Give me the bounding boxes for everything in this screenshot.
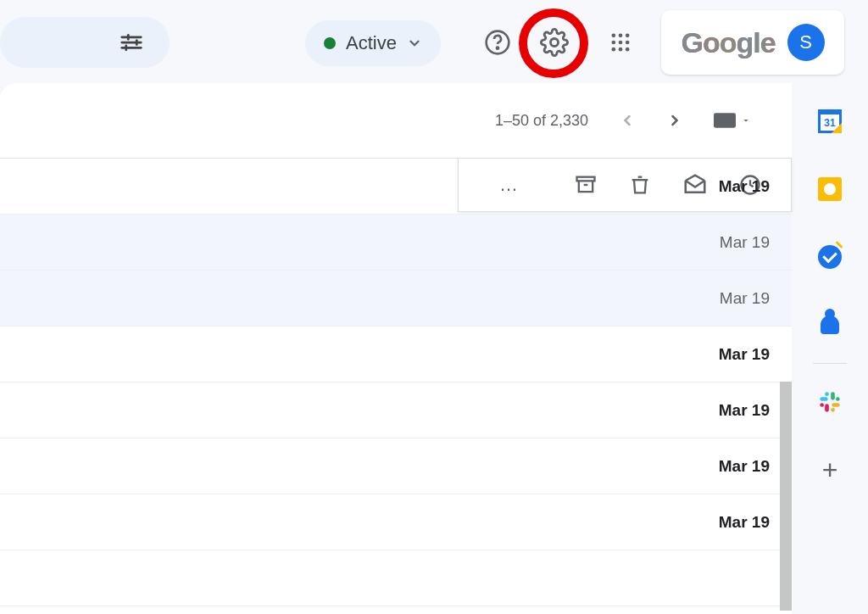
calendar-icon bbox=[818, 109, 842, 133]
apps-grid-icon bbox=[609, 31, 632, 54]
keep-icon bbox=[818, 177, 842, 201]
plus-icon: + bbox=[822, 455, 838, 486]
svg-point-25 bbox=[825, 392, 829, 396]
svg-rect-24 bbox=[832, 403, 839, 407]
status-dot-icon bbox=[324, 37, 336, 49]
svg-rect-18 bbox=[714, 113, 736, 127]
svg-rect-23 bbox=[825, 404, 829, 411]
scrollbar-thumb[interactable] bbox=[780, 382, 792, 611]
gear-icon bbox=[540, 28, 569, 57]
svg-point-13 bbox=[619, 41, 623, 45]
side-panel: + bbox=[792, 83, 868, 614]
svg-point-11 bbox=[626, 34, 630, 38]
contacts-icon bbox=[821, 315, 839, 334]
svg-rect-21 bbox=[831, 392, 835, 399]
email-row[interactable]: Mar 19 bbox=[0, 271, 792, 327]
account-card[interactable]: Google S bbox=[661, 10, 844, 75]
app-header: Active Google S bbox=[0, 0, 868, 83]
tasks-icon bbox=[818, 245, 842, 269]
keep-app-button[interactable] bbox=[817, 176, 843, 202]
older-button[interactable] bbox=[666, 112, 683, 129]
email-row[interactable]: Mar 19 bbox=[0, 159, 792, 215]
svg-point-27 bbox=[831, 408, 835, 412]
email-row[interactable]: Mar 19 bbox=[0, 215, 792, 271]
newer-button[interactable] bbox=[619, 112, 636, 129]
svg-point-7 bbox=[497, 47, 498, 49]
svg-point-14 bbox=[626, 41, 630, 45]
help-icon bbox=[484, 29, 511, 56]
email-date: Mar 19 bbox=[719, 401, 770, 420]
caret-down-icon bbox=[741, 115, 751, 126]
email-date: Mar 19 bbox=[719, 457, 770, 476]
email-date: Mar 19 bbox=[720, 289, 770, 308]
list-toolbar: 1–50 of 2,330 bbox=[0, 83, 792, 158]
svg-rect-22 bbox=[820, 397, 827, 401]
email-row[interactable] bbox=[0, 550, 792, 606]
svg-point-12 bbox=[612, 41, 616, 45]
email-date: Mar 19 bbox=[719, 513, 770, 532]
slack-addon-button[interactable] bbox=[817, 389, 843, 415]
chevron-down-icon bbox=[407, 36, 422, 51]
email-date: Mar 19 bbox=[719, 345, 770, 364]
svg-point-16 bbox=[619, 47, 623, 52]
svg-point-28 bbox=[820, 403, 824, 407]
svg-point-9 bbox=[612, 34, 616, 38]
calendar-app-button[interactable] bbox=[817, 109, 843, 134]
pagination-text: 1–50 of 2,330 bbox=[495, 112, 588, 130]
svg-point-15 bbox=[612, 47, 616, 52]
contacts-app-button[interactable] bbox=[817, 312, 843, 338]
svg-point-8 bbox=[550, 38, 558, 46]
email-row[interactable]: Mar 19 bbox=[0, 494, 792, 550]
avatar[interactable]: S bbox=[787, 24, 825, 61]
email-row[interactable]: Mar 19 bbox=[0, 327, 792, 382]
status-label: Active bbox=[346, 32, 397, 54]
tasks-app-button[interactable] bbox=[817, 244, 843, 270]
svg-point-17 bbox=[626, 47, 630, 52]
email-row[interactable]: Mar 19 bbox=[0, 382, 792, 438]
get-addons-button[interactable]: + bbox=[817, 457, 843, 483]
email-date: Mar 19 bbox=[719, 177, 770, 196]
email-list: … Mar 19 Mar 19 Mar 19 bbox=[0, 158, 792, 606]
search-container[interactable] bbox=[0, 17, 170, 68]
status-selector[interactable]: Active bbox=[305, 20, 441, 66]
email-date: Mar 19 bbox=[720, 233, 770, 252]
google-apps-button[interactable] bbox=[604, 25, 637, 59]
side-divider bbox=[813, 363, 847, 364]
google-logo: Google bbox=[681, 26, 775, 59]
keyboard-icon bbox=[714, 113, 736, 128]
input-tools-button[interactable] bbox=[714, 113, 751, 128]
email-row[interactable]: Mar 19 bbox=[0, 438, 792, 494]
svg-point-26 bbox=[836, 397, 840, 401]
mail-main: 1–50 of 2,330 … bbox=[0, 83, 792, 614]
slack-icon bbox=[818, 390, 842, 414]
svg-point-10 bbox=[619, 34, 623, 38]
support-button[interactable] bbox=[481, 25, 515, 59]
settings-button[interactable] bbox=[537, 25, 571, 59]
tune-icon[interactable] bbox=[119, 30, 144, 55]
